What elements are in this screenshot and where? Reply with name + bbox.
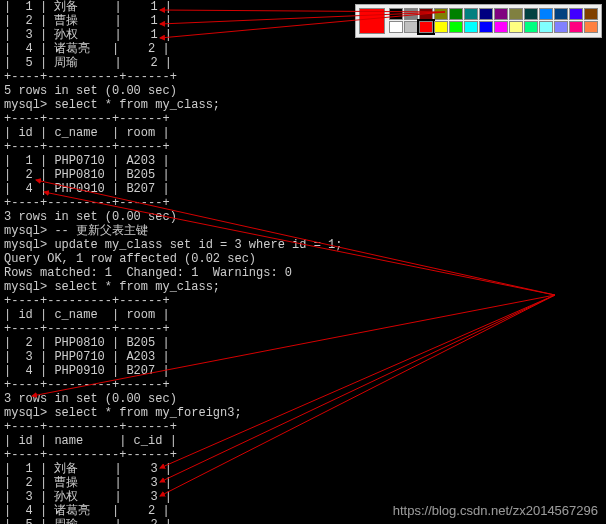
header: | id | c_name | room | [4,308,170,322]
color-swatch[interactable] [434,21,448,33]
color-swatch[interactable] [449,21,463,33]
color-swatch[interactable] [434,8,448,20]
color-palette [355,4,602,38]
color-swatch[interactable] [479,21,493,33]
row: | 4 | 诸葛亮 | 2 | [4,504,170,518]
summary: 5 rows in set (0.00 sec) [4,84,177,98]
query: mysql> select * from my_foreign3; [4,406,242,420]
row: | 1 | 刘备 | 1 | [4,0,172,14]
row: | 3 | PHP0710 | A203 | [4,350,170,364]
query: mysql> select * from my_class; [4,280,220,294]
summary: 3 rows in set (0.00 sec) [4,210,177,224]
result: Query OK, 1 row affected (0.02 sec) [4,252,256,266]
row: | 1 | PHP0710 | A203 | [4,154,170,168]
color-swatch[interactable] [419,8,433,20]
sep: +----+----------+------+ [4,448,177,462]
comment: mysql> -- 更新父表主键 [4,224,148,238]
color-swatch[interactable] [404,21,418,33]
color-swatch[interactable] [479,8,493,20]
header: | id | c_name | room | [4,126,170,140]
palette-row-1 [389,8,598,20]
active-color-swatch[interactable] [359,8,385,34]
sep: +----+---------+------+ [4,196,170,210]
color-swatch[interactable] [509,21,523,33]
color-swatch[interactable] [554,8,568,20]
row: | 4 | 诸葛亮 | 2 | [4,42,170,56]
color-swatch[interactable] [464,8,478,20]
color-swatch[interactable] [524,21,538,33]
color-swatch[interactable] [569,8,583,20]
watermark-text: https://blog.csdn.net/zx2014567296 [393,504,598,518]
row: | 2 | PHP0810 | B205 | [4,336,170,350]
color-swatch[interactable] [554,21,568,33]
sep: +----+---------+------+ [4,378,170,392]
palette-row-2 [389,21,598,33]
color-swatch[interactable] [419,21,433,33]
color-swatch[interactable] [464,21,478,33]
color-swatch[interactable] [494,21,508,33]
sep: +----+---------+------+ [4,294,170,308]
row: | 5 | 周瑜 | 2 | [4,56,172,70]
row: | 2 | 曹操 | 1 | [4,14,172,28]
terminal-output: | 1 | 刘备 | 1 | | 2 | 曹操 | 1 | | 3 | 孙权 |… [0,0,346,524]
row: | 3 | 孙权 | 1 | [4,28,172,42]
sep: +----+----------+------+ [4,70,177,84]
sep: +----+---------+------+ [4,140,170,154]
color-swatch[interactable] [494,8,508,20]
color-swatch[interactable] [449,8,463,20]
query: mysql> update my_class set id = 3 where … [4,238,342,252]
row: | 3 | 孙权 | 3 | [4,490,172,504]
color-swatch[interactable] [509,8,523,20]
color-swatch[interactable] [584,8,598,20]
row: | 5 | 周瑜 | 2 | [4,518,172,524]
query: mysql> select * from my_class; [4,98,220,112]
row: | 1 | 刘备 | 3 | [4,462,172,476]
color-swatch[interactable] [389,21,403,33]
color-swatch[interactable] [404,8,418,20]
palette-grid [389,8,598,33]
sep: +----+---------+------+ [4,322,170,336]
header: | id | name | c_id | [4,434,177,448]
summary: 3 rows in set (0.00 sec) [4,392,177,406]
result: Rows matched: 1 Changed: 1 Warnings: 0 [4,266,292,280]
row: | 4 | PHP0910 | B207 | [4,364,170,378]
color-swatch[interactable] [539,21,553,33]
row: | 4 | PHP0910 | B207 | [4,182,170,196]
color-swatch[interactable] [569,21,583,33]
color-swatch[interactable] [584,21,598,33]
color-swatch[interactable] [524,8,538,20]
row: | 2 | PHP0810 | B205 | [4,168,170,182]
sep: +----+---------+------+ [4,112,170,126]
color-swatch[interactable] [389,8,403,20]
color-swatch[interactable] [539,8,553,20]
sep: +----+----------+------+ [4,420,177,434]
row: | 2 | 曹操 | 3 | [4,476,172,490]
